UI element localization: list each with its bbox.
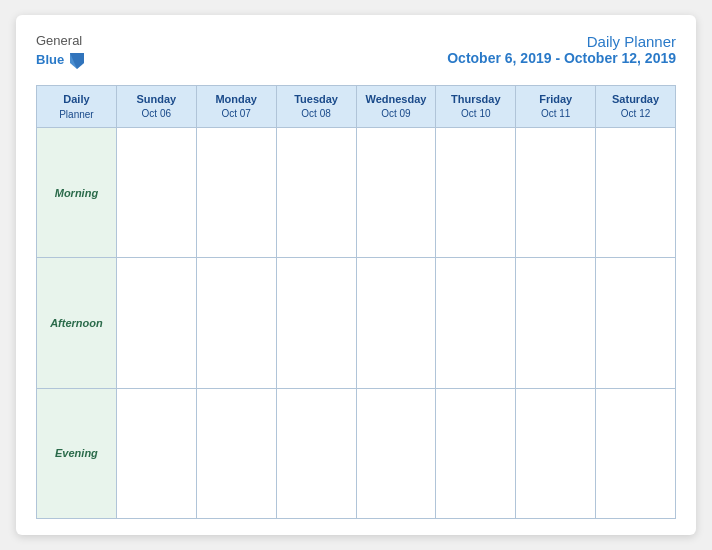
afternoon-sat[interactable] [596,258,676,388]
afternoon-mon[interactable] [196,258,276,388]
afternoon-tue[interactable] [276,258,356,388]
afternoon-wed[interactable] [356,258,436,388]
evening-tue[interactable] [276,388,356,518]
morning-row: Morning [37,128,676,258]
afternoon-row: Afternoon [37,258,676,388]
col-header-4: Wednesday Oct 09 [356,85,436,128]
evening-label: Evening [37,388,117,518]
morning-label: Morning [37,128,117,258]
title-date: October 6, 2019 - October 12, 2019 [447,50,676,66]
logo-area: General Blue [36,33,88,71]
evening-row: Evening [37,388,676,518]
morning-sun[interactable] [116,128,196,258]
evening-wed[interactable] [356,388,436,518]
col-header-0: Daily Planner [37,85,117,128]
morning-tue[interactable] [276,128,356,258]
afternoon-thu[interactable] [436,258,516,388]
morning-fri[interactable] [516,128,596,258]
header-row: Daily Planner Sunday Oct 06 Monday Oct 0… [37,85,676,128]
morning-wed[interactable] [356,128,436,258]
evening-thu[interactable] [436,388,516,518]
afternoon-sun[interactable] [116,258,196,388]
evening-mon[interactable] [196,388,276,518]
logo-blue: Blue [36,52,64,68]
title-area: Daily Planner October 6, 2019 - October … [447,33,676,66]
morning-sat[interactable] [596,128,676,258]
logo-icon [66,49,88,71]
col-header-6: Friday Oct 11 [516,85,596,128]
page: General Blue Daily Planner October 6, 20… [16,15,696,535]
calendar-table: Daily Planner Sunday Oct 06 Monday Oct 0… [36,85,676,519]
col-header-2: Monday Oct 07 [196,85,276,128]
title-main: Daily Planner [447,33,676,50]
evening-sat[interactable] [596,388,676,518]
evening-fri[interactable] [516,388,596,518]
logo-general: General [36,33,82,49]
col-header-3: Tuesday Oct 08 [276,85,356,128]
morning-mon[interactable] [196,128,276,258]
morning-thu[interactable] [436,128,516,258]
col-header-1: Sunday Oct 06 [116,85,196,128]
afternoon-label: Afternoon [37,258,117,388]
evening-sun[interactable] [116,388,196,518]
col-header-5: Thursday Oct 10 [436,85,516,128]
afternoon-fri[interactable] [516,258,596,388]
col-header-7: Saturday Oct 12 [596,85,676,128]
header: General Blue Daily Planner October 6, 20… [36,33,676,71]
